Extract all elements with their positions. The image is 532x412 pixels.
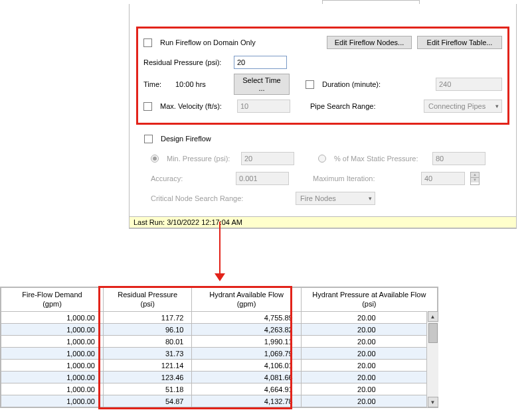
cell-demand: 1,000.00: [1, 395, 104, 407]
time-value: 10:00 hrs: [175, 80, 228, 88]
cell-residual: 80.01: [103, 336, 191, 348]
residual-pressure-label: Residual Pressure (psi):: [143, 58, 228, 66]
accuracy-input: [236, 172, 289, 185]
pct-max-static-label: % of Max Static Pressure:: [334, 155, 427, 163]
cell-avail: 4,106.01: [192, 360, 301, 372]
cell-residual: 51.18: [103, 383, 191, 395]
residual-pressure-input[interactable]: [234, 56, 287, 69]
vertical-scrollbar[interactable]: ▲ ▼: [426, 311, 438, 407]
max-velocity-input: [237, 100, 290, 113]
cell-demand: 1,000.00: [1, 324, 104, 336]
pipe-search-range-label: Pipe Search Range:: [310, 102, 383, 110]
table-row[interactable]: 1,000.00117.724,755.8920.00: [1, 312, 438, 324]
critical-node-search-select: Fire Nodes ▾: [296, 192, 375, 205]
cell-press: 20.00: [301, 336, 437, 348]
cell-press: 20.00: [301, 383, 437, 395]
table-row[interactable]: 1,000.0096.104,263.8220.00: [1, 324, 438, 336]
accuracy-label: Accuracy:: [151, 174, 230, 182]
col-header-avail-pressure[interactable]: Hydrant Pressure at Available Flow(psi): [301, 288, 437, 312]
cell-demand: 1,000.00: [1, 372, 104, 383]
max-velocity-checkbox[interactable]: [143, 102, 152, 111]
min-pressure-label: Min. Pressure (psi):: [167, 155, 236, 163]
cell-demand: 1,000.00: [1, 348, 104, 360]
design-fireflow-checkbox[interactable]: [144, 135, 153, 143]
table-row[interactable]: 1,000.00121.144,106.0120.00: [1, 360, 438, 372]
cell-press: 20.00: [301, 312, 437, 324]
table-row[interactable]: 1,000.0054.874,132.7820.00: [1, 395, 438, 407]
pct-max-static-radio: [318, 155, 326, 163]
annotation-arrow: [218, 222, 222, 281]
results-table: Fire-Flow Demand(gpm) Residual Pressure(…: [1, 287, 438, 407]
col-header-residual[interactable]: Residual Pressure(psi): [103, 288, 191, 312]
fireflow-dialog: Run Fireflow on Domain Only Edit Fireflo…: [129, 4, 517, 229]
select-time-button[interactable]: Select Time ...: [234, 74, 290, 95]
cell-avail: 4,132.78: [192, 395, 301, 407]
cell-avail: 1,069.79: [192, 348, 301, 360]
cell-residual: 121.14: [103, 360, 191, 372]
cell-press: 20.00: [301, 348, 437, 360]
cell-press: 20.00: [301, 324, 437, 336]
edit-fireflow-table-button[interactable]: Edit Fireflow Table...: [417, 36, 502, 49]
select-value: Fire Nodes: [300, 194, 336, 202]
max-iteration-spinner: ▲▼: [470, 172, 480, 185]
max-iteration-input: [421, 172, 465, 185]
min-pressure-input: [241, 152, 294, 165]
table-row[interactable]: 1,000.0051.184,664.9120.00: [1, 383, 438, 395]
max-velocity-label: Max. Velocity (ft/s):: [160, 102, 232, 110]
results-table-container: Fire-Flow Demand(gpm) Residual Pressure(…: [0, 287, 438, 408]
status-bar: Last Run: 3/10/2022 12:17:04 AM: [130, 216, 516, 228]
col-header-avail-flow[interactable]: Hydrant Available Flow(gpm): [192, 288, 301, 312]
cell-demand: 1,000.00: [1, 383, 104, 395]
cell-avail: 4,664.91: [192, 383, 301, 395]
cell-residual: 96.10: [103, 324, 191, 336]
table-row[interactable]: 1,000.00123.464,081.6620.00: [1, 372, 438, 383]
design-fireflow-group: Design Fireflow Min. Pressure (psi): % o…: [136, 130, 509, 207]
select-value: Connecting Pipes: [428, 102, 486, 110]
run-domain-checkbox[interactable]: [143, 38, 152, 47]
cell-demand: 1,000.00: [1, 336, 104, 348]
cell-avail: 4,263.82: [192, 324, 301, 336]
chevron-down-icon: ▾: [369, 195, 372, 202]
cell-avail: 4,755.89: [192, 312, 301, 324]
scroll-up-button[interactable]: ▲: [428, 311, 438, 322]
scroll-thumb[interactable]: [428, 323, 438, 343]
cell-avail: 4,081.66: [192, 372, 301, 383]
col-header-demand[interactable]: Fire-Flow Demand(gpm): [1, 288, 104, 312]
cell-residual: 123.46: [103, 372, 191, 383]
cell-press: 20.00: [301, 360, 437, 372]
cell-press: 20.00: [301, 395, 437, 407]
run-domain-label: Run Fireflow on Domain Only: [160, 38, 256, 46]
cell-press: 20.00: [301, 372, 437, 383]
cell-avail: 1,990.11: [192, 336, 301, 348]
upper-highlight-box: Run Fireflow on Domain Only Edit Fireflo…: [136, 27, 509, 125]
time-label: Time:: [143, 80, 170, 88]
pipe-search-range-select: Connecting Pipes ▾: [424, 100, 502, 113]
cell-residual: 31.73: [103, 348, 191, 360]
cell-demand: 1,000.00: [1, 360, 104, 372]
pct-max-static-input: [432, 152, 486, 165]
critical-node-search-label: Critical Node Search Range:: [151, 194, 250, 202]
scroll-down-button[interactable]: ▼: [428, 397, 438, 407]
table-row[interactable]: 1,000.0031.731,069.7920.00: [1, 348, 438, 360]
cell-demand: 1,000.00: [1, 312, 104, 324]
design-fireflow-label: Design Fireflow: [161, 135, 211, 143]
edit-fireflow-nodes-button[interactable]: Edit Fireflow Nodes...: [327, 36, 412, 49]
cell-residual: 54.87: [103, 395, 191, 407]
duration-input: [436, 78, 502, 91]
min-pressure-radio: [151, 155, 159, 163]
cell-residual: 117.72: [103, 312, 191, 324]
chevron-down-icon: ▾: [495, 103, 499, 109]
duration-label: Duration (minute):: [322, 80, 381, 88]
max-iteration-label: Maximum Iteration:: [313, 174, 416, 182]
duration-checkbox[interactable]: [306, 80, 314, 89]
table-row[interactable]: 1,000.0080.011,990.1120.00: [1, 336, 438, 348]
